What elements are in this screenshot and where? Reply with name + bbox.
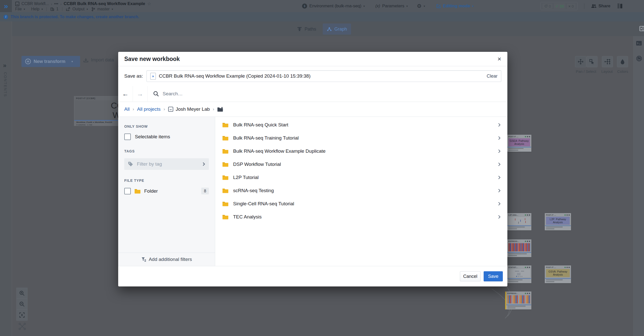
chevron-right-icon[interactable] <box>498 149 501 153</box>
output-menu[interactable]: Output▾ <box>66 7 88 11</box>
zoom-fit-button[interactable] <box>16 309 28 321</box>
filter-sidebar: ONLY SHOW Selectable items TAGS Filter b… <box>118 117 215 266</box>
workbook-title: CCBR Bulk RNA-seq Workflow Example <box>64 1 145 6</box>
select-tool-button[interactable] <box>586 56 598 67</box>
settings-menu[interactable]: ⚙ ▾ <box>417 3 425 9</box>
top-right-controls: 0 ✓ 20 × 0 Share <box>540 0 623 12</box>
file-browser-nav: ← → <box>118 86 507 102</box>
folder-icon <box>222 201 229 206</box>
clear-button[interactable]: Clear <box>487 74 498 79</box>
save-as-value: CCBR Bulk RNA-seq Workflow Example (Copi… <box>159 73 311 79</box>
card-status-icons <box>525 214 530 216</box>
folder-row[interactable]: DSP Workflow Tutorial <box>215 158 507 171</box>
caret-down-icon: ▾ <box>363 5 365 8</box>
save-as-input[interactable]: » CCBR Bulk RNA-seq Workflow Example (Co… <box>146 70 501 82</box>
card-status-icons <box>564 267 570 268</box>
chevron-right-icon[interactable] <box>498 123 501 127</box>
tab-graph[interactable]: Graph <box>323 24 351 35</box>
expand-contents-icon[interactable]: » <box>3 62 6 69</box>
contents-label: CONTENTS <box>3 72 8 97</box>
save-as-row: Save as: » CCBR Bulk RNA-seq Workflow Ex… <box>118 66 507 86</box>
tab-paths[interactable]: Paths <box>293 24 320 35</box>
jobs-succeeded-chip[interactable]: ✓ 20 <box>554 3 565 9</box>
zoom-in-button[interactable] <box>16 288 28 299</box>
help-menu[interactable]: Help▾ <box>31 7 43 11</box>
folder-filter-checkbox[interactable] <box>124 188 131 194</box>
breadcrumb-ellipsis[interactable]: ••• <box>54 2 58 6</box>
expand-panel-icon[interactable] <box>639 26 644 32</box>
caret-down-icon: ▾ <box>112 8 113 11</box>
folder-type-filter[interactable]: Folder 8 <box>124 188 209 194</box>
chevron-right-icon[interactable] <box>498 215 501 219</box>
file-menu[interactable]: File▾ <box>15 7 25 11</box>
chevron-right-icon[interactable] <box>498 162 501 167</box>
right-panel-toggle-icon[interactable] <box>617 3 623 9</box>
chart-card-l2p-analysis[interactable]: L2P ANA... <box>507 213 531 230</box>
folder-row[interactable]: scRNA-seq Testing <box>215 184 507 197</box>
new-transform-button[interactable]: New transform ▾ <box>21 56 80 67</box>
console-icon[interactable] <box>636 41 642 46</box>
selectable-items-checkbox[interactable] <box>124 133 131 140</box>
layout-tool-button[interactable] <box>602 56 613 67</box>
breadcrumb-project[interactable]: CCBR Workfl... <box>21 2 49 6</box>
close-icon[interactable]: × <box>498 56 501 62</box>
jobs-failed-chip[interactable]: × 0 <box>567 4 575 9</box>
breadcrumb-all-projects[interactable]: All projects <box>137 106 161 112</box>
folder-icon <box>222 122 229 127</box>
postit-card-l2p[interactable]: POST-IT ... L2P: PathwayAnalysis <box>545 213 571 230</box>
parameters-icon: (x) <box>376 4 380 8</box>
resources-button[interactable]: 1 <box>50 7 59 11</box>
share-button[interactable]: Share <box>591 4 610 9</box>
folder-row[interactable]: Bulk RNA-seq Workflow Example Duplicate <box>215 145 507 158</box>
check-icon: ✓ <box>555 4 559 8</box>
folder-row[interactable]: Bulk RNA-seq Quick Start <box>215 118 507 131</box>
favorite-star-icon[interactable]: ☆ <box>147 1 151 7</box>
expand-sidebar-icon[interactable]: » <box>0 0 12 12</box>
folder-row[interactable]: L2P Tutorial <box>215 171 507 184</box>
zoom-out-button[interactable] <box>16 299 28 310</box>
branch-menu[interactable]: master▾ <box>91 7 113 11</box>
banner-text: This branch is protected. To make change… <box>11 15 139 19</box>
postit-card-gsva[interactable]: POST-IT ... GSVA: PathwayAnalysis <box>545 265 571 283</box>
pan-tool-button[interactable] <box>575 56 586 67</box>
folder-row[interactable]: Bulk RNA-seq Training Tutorial <box>215 131 507 145</box>
folder-row[interactable]: Single-Cell RNA-seq Tutorial <box>215 197 507 210</box>
mini-stats-table <box>508 269 530 277</box>
breadcrumb-current-project[interactable]: Josh Meyer Lab <box>168 106 210 112</box>
jobs-refreshing-chip[interactable]: 0 <box>543 4 552 9</box>
postit-card-gsea[interactable]: POST-IT ... GSEA: PathwayAnalysis <box>507 135 531 152</box>
stats-card-statistics[interactable]: STATIST... <box>507 265 531 283</box>
cancel-button[interactable]: Cancel <box>460 271 481 281</box>
card-status-icons <box>525 267 530 268</box>
add-filters-button[interactable]: Add additional filters <box>118 253 215 266</box>
parameters-menu[interactable]: (x) Parameters▾ <box>376 4 408 9</box>
new-folder-icon[interactable] <box>217 107 223 112</box>
paths-icon <box>297 27 302 31</box>
chevron-right-icon[interactable] <box>498 201 501 206</box>
filter-by-tag-button[interactable]: Filter by tag <box>124 158 209 170</box>
folder-row[interactable]: TEC Analysis <box>215 210 507 223</box>
folder-icon <box>134 189 141 194</box>
breadcrumb-all[interactable]: All <box>124 106 130 112</box>
environment-menu[interactable]: Environment (bulk-rna-seq)▾ <box>302 3 365 9</box>
divider <box>46 7 47 11</box>
import-data-button[interactable]: Import data <box>83 57 114 63</box>
caret-down-icon: ▾ <box>71 60 73 63</box>
editing-mode-menu[interactable]: Editing mode▾ <box>436 4 474 9</box>
globe-icon[interactable] <box>636 56 642 61</box>
heatmap-card-expression[interactable]: EXPRESS... <box>507 239 531 257</box>
workbook-icon: » <box>150 73 156 80</box>
selectable-items-filter[interactable]: Selectable items <box>124 133 209 140</box>
heatmap-card-expression-2[interactable]: EXPRESS... <box>505 292 531 309</box>
top-bar: » CCBR Workfl... › ••• › CCBR Bulk RNA-s… <box>0 0 644 12</box>
chevron-right-icon[interactable] <box>498 136 501 140</box>
search-input[interactable] <box>163 91 507 97</box>
colors-tool-button[interactable] <box>617 56 628 67</box>
right-icon-rail <box>633 36 644 336</box>
mini-scatter-plot <box>508 217 530 225</box>
card-type-label: L2P ANA... <box>508 214 518 216</box>
chevron-right-icon[interactable] <box>498 175 501 180</box>
back-button[interactable]: ← <box>118 86 133 102</box>
chevron-right-icon[interactable] <box>498 188 501 193</box>
save-button[interactable]: Save <box>484 271 503 281</box>
